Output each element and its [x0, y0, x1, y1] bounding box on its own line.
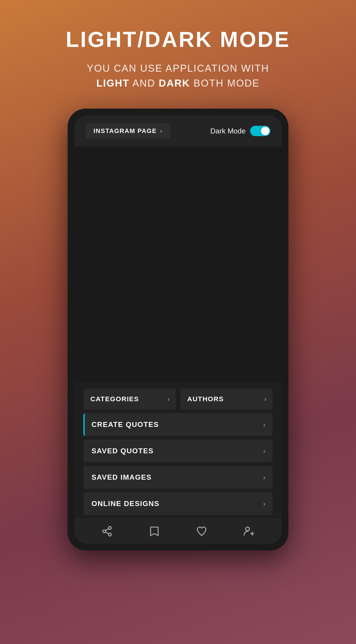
dark-mode-label: Dark Mode: [210, 127, 246, 135]
instagram-page-button[interactable]: INSTAGRAM PAGE ›: [86, 123, 171, 139]
add-friend-button[interactable]: [243, 526, 255, 537]
saved-images-label: SAVED IMAGES: [91, 473, 152, 482]
saved-quotes-label: SAVED QUOTES: [91, 447, 154, 455]
svg-line-4: [105, 529, 109, 530]
authors-label: AUTHORS: [187, 395, 224, 403]
toggle-knob: [261, 127, 270, 135]
bookmark-icon: [149, 526, 160, 537]
online-designs-button[interactable]: ONLINE DESIGNS ›: [83, 492, 273, 515]
create-quotes-button[interactable]: CREATE QUOTES ›: [83, 413, 273, 436]
bottom-menu: CATEGORIES › AUTHORS › CREATE QUOTES › S…: [74, 382, 282, 519]
create-quotes-label: CREATE QUOTES: [91, 420, 159, 429]
instagram-chevron-icon: ›: [160, 127, 163, 134]
dark-mode-toggle[interactable]: [250, 126, 270, 136]
subtitle-and: AND: [130, 78, 159, 88]
categories-button[interactable]: CATEGORIES ›: [83, 388, 176, 410]
svg-line-3: [105, 532, 109, 534]
saved-quotes-chevron-icon: ›: [263, 447, 266, 455]
top-section: LIGHT/DARK MODE YOU CAN USE APPLICATION …: [66, 0, 291, 90]
online-designs-chevron-icon: ›: [263, 500, 266, 508]
top-bar: INSTAGRAM PAGE › Dark Mode: [74, 116, 282, 146]
subtitle-light: LIGHT: [96, 78, 130, 88]
saved-images-button[interactable]: SAVED IMAGES ›: [83, 466, 273, 489]
subtitle: YOU CAN USE APPLICATION WITH LIGHT AND D…: [66, 61, 291, 90]
online-designs-label: ONLINE DESIGNS: [91, 500, 160, 508]
content-area: [74, 146, 282, 382]
categories-chevron-icon: ›: [167, 395, 170, 403]
heart-icon: [196, 526, 207, 537]
subtitle-line1: YOU CAN USE APPLICATION WITH: [87, 63, 269, 74]
authors-chevron-icon: ›: [264, 395, 267, 403]
categories-label: CATEGORIES: [90, 395, 139, 403]
svg-point-2: [108, 533, 111, 536]
phone-frame: INSTAGRAM PAGE › Dark Mode CATEGORIES ›: [68, 109, 288, 550]
phone-inner: INSTAGRAM PAGE › Dark Mode CATEGORIES ›: [74, 116, 282, 544]
dark-mode-section: Dark Mode: [210, 126, 271, 136]
saved-images-chevron-icon: ›: [263, 474, 266, 481]
main-title: LIGHT/DARK MODE: [66, 27, 291, 52]
add-friend-icon: [243, 526, 255, 537]
authors-button[interactable]: AUTHORS ›: [180, 388, 273, 410]
share-icon: [101, 526, 113, 537]
bookmark-button[interactable]: [149, 526, 160, 537]
subtitle-dark: DARK: [159, 78, 190, 88]
subtitle-end: BOTH MODE: [190, 78, 260, 88]
share-button[interactable]: [101, 526, 113, 537]
menu-top-row: CATEGORIES › AUTHORS ›: [83, 382, 273, 410]
svg-point-0: [108, 526, 111, 530]
heart-button[interactable]: [196, 526, 207, 537]
create-quotes-chevron-icon: ›: [263, 421, 266, 428]
svg-point-1: [103, 530, 106, 533]
saved-quotes-button[interactable]: SAVED QUOTES ›: [83, 440, 273, 462]
bottom-nav: [74, 519, 282, 544]
svg-point-5: [246, 527, 249, 531]
instagram-page-label: INSTAGRAM PAGE: [93, 127, 157, 134]
